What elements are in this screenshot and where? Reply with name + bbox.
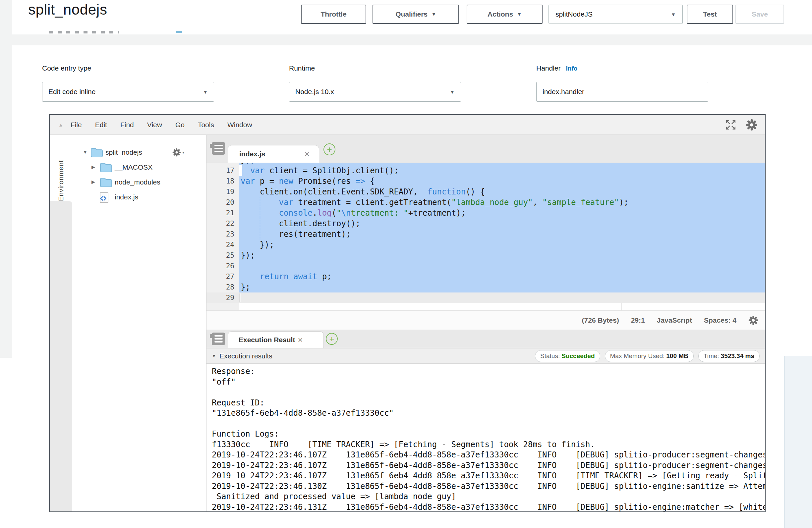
line-number: 20	[206, 197, 239, 208]
new-tab-button[interactable]: +	[323, 144, 335, 155]
tree-item-__MACOSX[interactable]: ▶ __MACOSX	[72, 160, 206, 175]
code-line-24[interactable]: 24 });	[206, 239, 765, 250]
status-badge-0: Status:Succeeded	[535, 350, 600, 362]
folder-icon	[99, 162, 112, 172]
handler-input[interactable]	[536, 82, 708, 102]
badge-label: Max Memory Used:	[610, 352, 665, 360]
line-number: 24	[206, 239, 239, 250]
line-number: 19	[206, 187, 239, 197]
indent-guide	[260, 218, 260, 229]
actions-button[interactable]: Actions ▼	[467, 5, 542, 24]
code-line-26[interactable]: 26	[206, 261, 765, 271]
test-button[interactable]: Test	[687, 5, 733, 24]
function-header: split_nodejs Throttle Qualifiers ▼ Actio…	[12, 0, 812, 30]
execution-log[interactable]: Response:"off" Request ID:"131e865f-6eb4…	[206, 364, 765, 511]
code-line-29[interactable]: 29	[206, 293, 765, 303]
settings-gear-icon[interactable]	[746, 119, 758, 131]
code-line-sliver[interactable]: });	[206, 163, 765, 165]
editor-column: index.js × + });17 var client = SplitObj…	[206, 135, 765, 511]
status-item-3[interactable]: Spaces: 4	[704, 316, 737, 324]
log-line-9: 2019-10-24T22:23:46.107Z 131e865f-6eb4-4…	[212, 460, 765, 471]
code-line-21[interactable]: 21 console.log("\ntreatment: "+treatment…	[206, 208, 765, 218]
menu-item-go[interactable]: Go	[175, 121, 185, 129]
code-line-27[interactable]: 27 return await p;	[206, 271, 765, 282]
js-file-icon	[99, 192, 109, 203]
log-line-2	[212, 387, 765, 398]
chevron-down-icon: ▼	[450, 89, 455, 95]
menu-item-view[interactable]: View	[147, 121, 162, 129]
gear-icon	[748, 316, 758, 325]
ide-window: ▲ FileEditFindViewGoToolsWindow	[49, 114, 766, 512]
editor-settings-gear-icon[interactable]	[748, 316, 758, 325]
environment-tab-label: Environment	[57, 146, 65, 201]
code-line-17[interactable]: 17 var client = SplitObj.client();	[206, 165, 765, 176]
tree-item-node_modules[interactable]: ▶ node_modules	[72, 175, 206, 190]
execution-results-label: Execution results	[219, 352, 273, 360]
menu-item-tools[interactable]: Tools	[198, 121, 214, 129]
menu-item-file[interactable]: File	[71, 121, 82, 129]
code-entry-type-select[interactable]: Edit code inline ▼	[42, 82, 214, 102]
status-badge-2: Time:3523.34 ms	[698, 350, 760, 362]
fullscreen-icon[interactable]	[725, 119, 737, 131]
tree-item-index.js[interactable]: index.js	[72, 190, 206, 205]
log-line-5	[212, 419, 765, 429]
code-line-18[interactable]: 18var p = new Promise(res => {	[206, 176, 765, 187]
close-icon[interactable]: ×	[298, 336, 303, 344]
handler-label: HandlerInfo	[536, 64, 577, 72]
collapse-panel-icon[interactable]: ▲	[58, 122, 63, 128]
menu-item-window[interactable]: Window	[227, 121, 252, 129]
tab-execution-result[interactable]: Execution Result ×	[228, 331, 324, 348]
menu-item-find[interactable]: Find	[120, 121, 134, 129]
code-line-19[interactable]: 19 client.on(client.Event.SDK_READY, fun…	[206, 187, 765, 197]
tree-item-split_nodejs[interactable]: ▼ split_nodejs ▾	[72, 145, 206, 160]
collapse-icon[interactable]: ▼	[83, 149, 87, 155]
handler-info-link[interactable]: Info	[566, 65, 578, 72]
close-icon[interactable]: ×	[305, 150, 309, 158]
qualifiers-button[interactable]: Qualifiers ▼	[373, 5, 459, 24]
code-line-28[interactable]: 28};	[206, 282, 765, 293]
code-text	[239, 261, 765, 271]
line-number: 25	[206, 250, 239, 261]
line-number: 29	[206, 293, 239, 303]
tab-index-js[interactable]: index.js ×	[228, 145, 319, 163]
chevron-down-icon: ▼	[432, 12, 436, 17]
line-number: 27	[206, 271, 239, 282]
code-editor[interactable]: });17 var client = SplitObj.client();18v…	[206, 163, 765, 310]
environment-tab[interactable]: Environment	[50, 135, 72, 201]
badge-label: Time:	[704, 352, 719, 360]
environment-strip: Environment	[50, 135, 72, 511]
code-line-20[interactable]: 20 var treatment = client.getTreatment("…	[206, 197, 765, 208]
chevron-down-icon: ▼	[671, 12, 676, 17]
runtime-select[interactable]: Node.js 10.x ▼	[289, 82, 461, 102]
expand-icon[interactable]: ▶	[91, 164, 95, 170]
code-line-22[interactable]: 22 client.destroy();	[206, 218, 765, 229]
log-line-11: 2019-10-24T22:23:46.130Z 131e865f-6eb4-4…	[212, 481, 765, 492]
status-item-1[interactable]: 29:1	[631, 316, 645, 324]
console-tab-list-icon[interactable]	[212, 333, 225, 345]
page-gutter	[0, 0, 12, 358]
code-line-25[interactable]: 25});	[206, 250, 765, 261]
text-cursor	[240, 293, 240, 302]
throttle-button[interactable]: Throttle	[301, 5, 366, 24]
alias-select[interactable]: splitNodeJS ▼	[549, 5, 683, 24]
runtime-label: Runtime	[289, 64, 315, 72]
editor-statusbar: (726 Bytes)29:1JavaScriptSpaces: 4	[206, 310, 765, 329]
indent-guide	[260, 229, 260, 239]
menu-item-edit[interactable]: Edit	[95, 121, 107, 129]
collapse-results-icon[interactable]: ▼	[212, 353, 216, 358]
new-console-tab-button[interactable]: +	[326, 333, 338, 345]
tree-settings-gear-icon[interactable]: ▾	[172, 148, 184, 157]
code-line-23[interactable]: 23 res(treatment);	[206, 229, 765, 239]
expand-icon[interactable]: ▶	[91, 179, 95, 185]
status-item-2[interactable]: JavaScript	[657, 316, 692, 324]
line-number	[206, 163, 239, 165]
code-text: });	[239, 239, 765, 250]
code-text: });	[239, 163, 765, 165]
status-item-0[interactable]: (726 Bytes)	[582, 316, 619, 324]
line-number: 17	[206, 165, 239, 176]
tab-list-icon[interactable]	[212, 142, 225, 155]
clipped-link-fragment	[176, 31, 182, 33]
log-line-6: Function Logs:	[212, 429, 765, 440]
file-tree: ▼ split_nodejs ▾▶ __MACOSX▶ node_modules…	[72, 135, 206, 511]
page-scrollbar[interactable]	[784, 356, 812, 528]
